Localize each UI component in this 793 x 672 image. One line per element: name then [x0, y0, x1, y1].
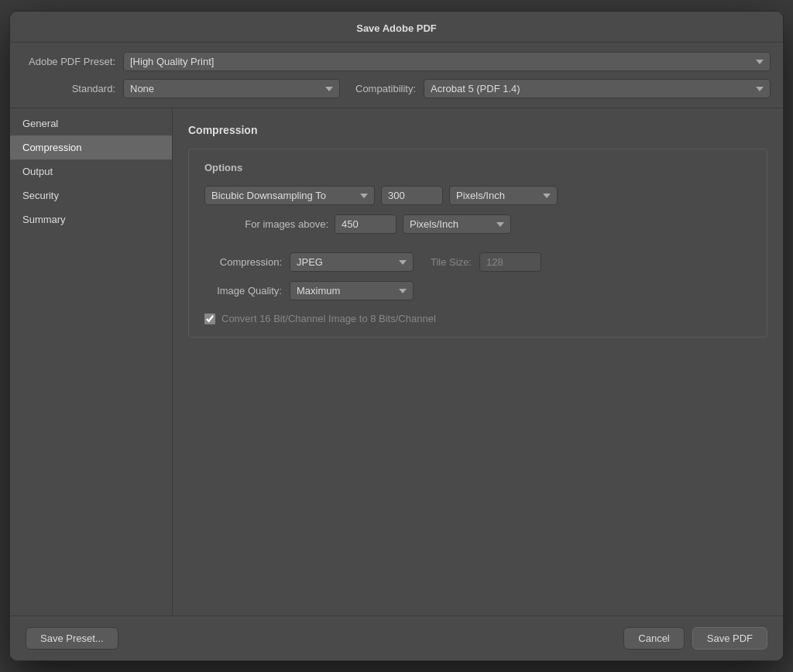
- save-adobe-pdf-dialog: Save Adobe PDF Adobe PDF Preset: [High Q…: [9, 11, 784, 661]
- downsampling-method-select[interactable]: Off Average Downsampling To Subsampling …: [204, 186, 375, 205]
- above-label: For images above:: [204, 218, 328, 230]
- image-quality-label: Image Quality:: [204, 285, 282, 297]
- above-unit-select[interactable]: Pixels/Inch Pixels/cm: [403, 214, 511, 234]
- standard-label: Standard:: [22, 83, 115, 94]
- convert-16bit-checkbox[interactable]: [204, 314, 215, 324]
- tile-size-input: [479, 252, 541, 272]
- preset-row: Adobe PDF Preset: [High Quality Print] […: [22, 52, 771, 71]
- sidebar-item-output[interactable]: Output: [10, 159, 172, 183]
- sidebar-item-summary[interactable]: Summary: [10, 207, 172, 231]
- sidebar-item-compression[interactable]: Compression: [10, 135, 172, 159]
- compression-type-select[interactable]: None JPEG JPEG 2000 ZIP Automatic: [290, 252, 414, 272]
- downsampling-row: Off Average Downsampling To Subsampling …: [204, 186, 751, 205]
- downsampling-unit-select[interactable]: Pixels/Inch Pixels/cm: [449, 186, 558, 205]
- save-pdf-button[interactable]: Save PDF: [692, 627, 767, 650]
- dialog-title: Save Adobe PDF: [356, 22, 437, 34]
- sidebar-item-security[interactable]: Security: [10, 183, 172, 207]
- dialog-title-bar: Save Adobe PDF: [10, 12, 783, 43]
- save-preset-button[interactable]: Save Preset...: [26, 627, 118, 650]
- sidebar: General Compression Output Security Summ…: [10, 108, 173, 615]
- convert-checkbox-label: Convert 16 Bit/Channel Image to 8 Bits/C…: [221, 313, 436, 324]
- above-row: For images above: Pixels/Inch Pixels/cm: [204, 214, 751, 234]
- main-area: General Compression Output Security Summ…: [10, 108, 783, 615]
- downsampling-value-input[interactable]: [381, 186, 443, 205]
- top-controls: Adobe PDF Preset: [High Quality Print] […: [10, 43, 783, 108]
- bottom-bar: Save Preset... Cancel Save PDF: [10, 615, 783, 660]
- sidebar-item-general[interactable]: General: [10, 111, 172, 135]
- right-buttons: Cancel Save PDF: [623, 627, 767, 650]
- above-value-input[interactable]: [335, 214, 396, 234]
- tile-size-label: Tile Size:: [431, 256, 472, 268]
- compatibility-label: Compatibility:: [355, 83, 416, 94]
- options-box: Options Off Average Downsampling To Subs…: [188, 149, 767, 338]
- preset-label: Adobe PDF Preset:: [22, 56, 115, 67]
- image-quality-row: Image Quality: Minimum Low Medium High M…: [204, 281, 751, 300]
- adobe-pdf-preset-select[interactable]: [High Quality Print] [PDF/X-1a:2001] [PD…: [123, 52, 771, 71]
- convert-checkbox-row: Convert 16 Bit/Channel Image to 8 Bits/C…: [204, 313, 751, 324]
- standard-row: Standard: None PDF/X-1a:2001 PDF/X-3:200…: [22, 79, 771, 98]
- standard-select[interactable]: None PDF/X-1a:2001 PDF/X-3:2002 PDF/X-4:…: [123, 79, 340, 98]
- compatibility-select[interactable]: Acrobat 4 (PDF 1.3) Acrobat 5 (PDF 1.4) …: [424, 79, 771, 98]
- compression-field-label: Compression:: [204, 256, 282, 268]
- options-title: Options: [204, 162, 751, 173]
- image-quality-select[interactable]: Minimum Low Medium High Maximum: [290, 281, 414, 300]
- compression-setting-row: Compression: None JPEG JPEG 2000 ZIP Aut…: [204, 252, 751, 272]
- section-title: Compression: [188, 124, 767, 136]
- content-area: Compression Options Off Average Downsamp…: [173, 108, 783, 615]
- cancel-button[interactable]: Cancel: [623, 627, 684, 650]
